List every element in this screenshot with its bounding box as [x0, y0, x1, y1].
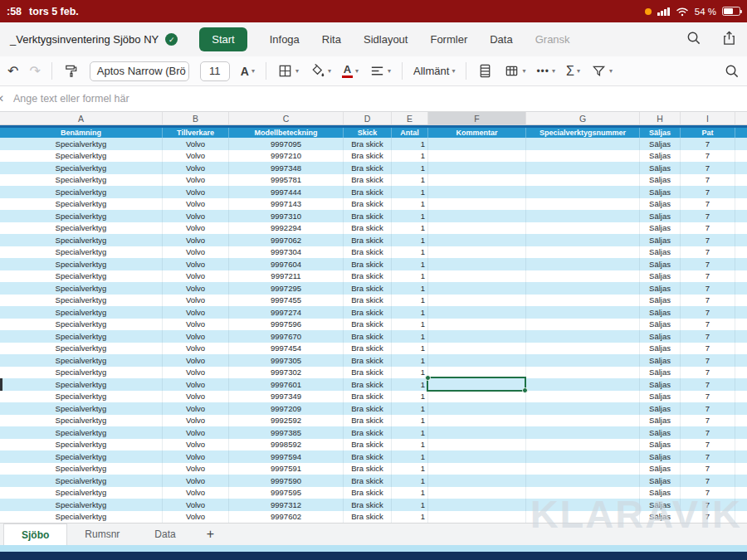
cell[interactable]: 7	[681, 234, 735, 246]
cell[interactable]: Säljas	[640, 475, 681, 487]
cell[interactable]: 7	[681, 319, 735, 331]
cell[interactable]: 7	[681, 450, 735, 463]
font-name-select[interactable]: Aptos Narrow (Brö	[90, 61, 189, 81]
cell[interactable]: Säljas	[640, 415, 681, 427]
cell[interactable]: 9997310	[229, 210, 344, 222]
cell[interactable]: Bra skick	[344, 150, 392, 163]
cell[interactable]: Säljas	[640, 402, 681, 415]
cell[interactable]	[526, 391, 640, 403]
add-sheet-button[interactable]: +	[193, 523, 227, 545]
cell[interactable]: Volvo	[163, 511, 229, 523]
cell[interactable]: Bra skick	[344, 378, 392, 391]
cell[interactable]: 1	[392, 210, 428, 222]
cell[interactable]: 1	[392, 174, 428, 187]
column-header-F[interactable]: F	[428, 112, 526, 124]
cell[interactable]	[526, 210, 640, 222]
cell[interactable]: 7	[681, 391, 735, 403]
cell[interactable]: Volvo	[163, 319, 229, 331]
cell[interactable]: 7	[681, 150, 735, 163]
cell[interactable]: 9997444	[229, 186, 344, 198]
cell[interactable]: Specialverktyg	[0, 258, 163, 270]
cell[interactable]: Bra skick	[344, 162, 392, 174]
cell[interactable]: Bra skick	[344, 246, 392, 259]
cell[interactable]: 1	[392, 306, 428, 319]
cell[interactable]: 9997143	[229, 198, 344, 211]
cell[interactable]: Specialverktyg	[0, 378, 163, 391]
cell[interactable]: 7	[681, 246, 735, 259]
cell[interactable]: 9997211	[229, 270, 344, 283]
cell[interactable]: Säljas	[640, 439, 681, 451]
cell[interactable]: 7	[681, 198, 735, 211]
cell[interactable]: 1	[392, 234, 428, 246]
cell[interactable]	[526, 450, 640, 463]
cell[interactable]: Volvo	[163, 499, 229, 511]
cell[interactable]: Bra skick	[344, 319, 392, 331]
cell[interactable]: 9997455	[229, 295, 344, 307]
cell[interactable]	[428, 295, 526, 307]
cell[interactable]: 9997209	[229, 402, 344, 415]
cell[interactable]: Volvo	[163, 463, 229, 475]
cell[interactable]: Bra skick	[344, 367, 392, 379]
cell[interactable]: Bra skick	[344, 222, 392, 235]
cell[interactable]: 7	[681, 222, 735, 235]
cell[interactable]	[735, 319, 747, 331]
cell[interactable]: 9997305	[229, 354, 344, 367]
cell[interactable]: Volvo	[163, 354, 229, 367]
cell[interactable]: 1	[392, 282, 428, 295]
cell[interactable]: Specialverktyg	[0, 426, 163, 439]
cell[interactable]	[428, 150, 526, 163]
ribbon-tab-data[interactable]: Data	[490, 27, 512, 51]
cell[interactable]	[735, 150, 747, 163]
cell[interactable]	[526, 378, 640, 391]
cell[interactable]	[428, 343, 526, 355]
cell[interactable]	[526, 330, 640, 343]
cell[interactable]	[526, 162, 640, 174]
cell[interactable]	[735, 330, 747, 343]
cell[interactable]: 1	[392, 162, 428, 174]
cell[interactable]	[526, 415, 640, 427]
cell[interactable]: Volvo	[163, 426, 229, 439]
cell[interactable]: Volvo	[163, 487, 229, 499]
cell[interactable]: Säljas	[640, 186, 681, 198]
cell[interactable]	[526, 198, 640, 211]
cell[interactable]	[735, 367, 747, 379]
cell[interactable]: 1	[392, 499, 428, 511]
cell[interactable]	[735, 138, 747, 150]
cell[interactable]: 7	[681, 367, 735, 379]
more-options-button[interactable]: •••	[536, 66, 555, 77]
cell[interactable]	[428, 426, 526, 439]
cell[interactable]: 1	[392, 378, 428, 391]
cell[interactable]: 1	[392, 150, 428, 163]
cell[interactable]: Säljas	[640, 450, 681, 463]
fill-color-button[interactable]	[310, 63, 331, 79]
cell[interactable]: Bra skick	[344, 306, 392, 319]
cell[interactable]: Volvo	[163, 402, 229, 415]
cell[interactable]	[526, 487, 640, 499]
share-button[interactable]	[721, 30, 737, 49]
cell[interactable]: Specialverktyg	[0, 270, 163, 283]
cell[interactable]	[428, 402, 526, 415]
cell[interactable]	[735, 234, 747, 246]
cell[interactable]: Säljas	[640, 463, 681, 475]
cell[interactable]: Specialverktyg	[0, 354, 163, 367]
cell[interactable]	[735, 306, 747, 319]
cell[interactable]: 9997670	[229, 330, 344, 343]
ribbon-tab-gransk[interactable]: Gransk	[535, 27, 570, 51]
cell[interactable]: Volvo	[163, 475, 229, 487]
cell[interactable]	[428, 282, 526, 295]
cell[interactable]	[428, 138, 526, 150]
table-style-button[interactable]	[504, 63, 525, 79]
cell[interactable]	[526, 319, 640, 331]
column-header-D[interactable]: D	[344, 112, 392, 124]
cell[interactable]	[526, 426, 640, 439]
cell[interactable]: Specialverktyg	[0, 475, 163, 487]
cell[interactable]: Specialverktyg	[0, 234, 163, 246]
undo-button[interactable]	[7, 65, 18, 78]
cell[interactable]: Bra skick	[344, 511, 392, 523]
cell[interactable]	[735, 186, 747, 198]
cell[interactable]: Specialverktyg	[0, 222, 163, 235]
cell[interactable]: 7	[681, 138, 735, 150]
cell[interactable]: Bra skick	[344, 426, 392, 439]
ribbon-tab-start[interactable]: Start	[199, 27, 247, 51]
cell[interactable]: Säljas	[640, 330, 681, 343]
